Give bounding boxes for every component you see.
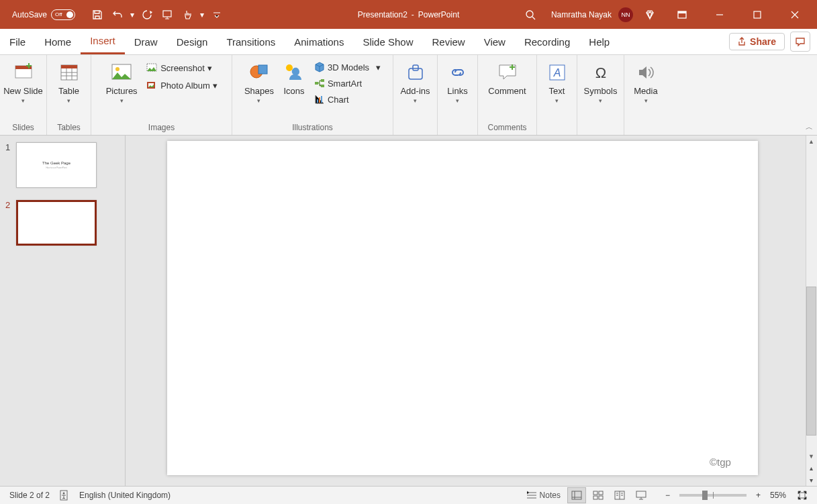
group-label-tables: Tables bbox=[51, 121, 87, 135]
slide-editor[interactable]: ©tgp ▲ ▼ ▴ ▾ bbox=[126, 136, 817, 486]
cube-icon bbox=[314, 62, 325, 72]
save-button[interactable] bbox=[87, 5, 107, 25]
media-button[interactable]: Media▾ bbox=[626, 58, 666, 104]
text-icon: A bbox=[545, 60, 569, 85]
addins-button[interactable]: Add-ins▾ bbox=[395, 58, 436, 104]
tab-design[interactable]: Design bbox=[167, 29, 218, 54]
title-bar: AutoSave Off ▾ ▾ Presentation2 - PowerPo… bbox=[0, 0, 817, 29]
close-button[interactable] bbox=[779, 0, 810, 29]
picture-icon bbox=[109, 60, 134, 85]
share-icon bbox=[738, 37, 747, 46]
comments-pane-button[interactable] bbox=[790, 32, 810, 52]
slide-thumbnails-pane[interactable]: 1 The Geek Page How to use PowerPoint 2 bbox=[0, 136, 126, 486]
ribbon: New Slide▾ Slides Table▾ Tables Pictures… bbox=[0, 55, 817, 136]
tab-review[interactable]: Review bbox=[422, 29, 474, 54]
reading-view-button[interactable] bbox=[610, 487, 629, 503]
tab-insert[interactable]: Insert bbox=[81, 29, 125, 54]
tab-file[interactable]: File bbox=[0, 29, 35, 54]
omega-icon: Ω bbox=[589, 60, 613, 85]
normal-view-button[interactable] bbox=[567, 487, 586, 503]
share-button[interactable]: Share bbox=[729, 33, 785, 50]
chart-button[interactable]: Chart bbox=[311, 93, 383, 106]
addins-icon bbox=[403, 60, 428, 85]
diamond-icon[interactable] bbox=[640, 5, 660, 25]
ribbon-display-button[interactable] bbox=[667, 0, 698, 29]
table-button[interactable]: Table▾ bbox=[49, 58, 89, 104]
shapes-button[interactable]: Shapes▾ bbox=[242, 58, 277, 104]
new-slide-button[interactable]: New Slide▾ bbox=[3, 58, 44, 104]
svg-rect-21 bbox=[319, 97, 320, 103]
tab-help[interactable]: Help bbox=[579, 29, 619, 54]
next-slide-icon[interactable]: ▾ bbox=[806, 474, 817, 486]
zoom-out-button[interactable]: − bbox=[663, 491, 673, 500]
svg-rect-22 bbox=[321, 96, 322, 103]
svg-rect-32 bbox=[599, 491, 603, 495]
svg-rect-0 bbox=[163, 11, 171, 17]
touch-mode-button[interactable] bbox=[177, 5, 197, 25]
photo-album-button[interactable]: Photo Album ▾ bbox=[143, 78, 220, 93]
slideshow-view-button[interactable] bbox=[632, 487, 651, 503]
undo-button[interactable] bbox=[107, 5, 128, 25]
table-icon bbox=[57, 60, 81, 85]
tab-recording[interactable]: Recording bbox=[515, 29, 579, 54]
scroll-thumb[interactable] bbox=[806, 287, 816, 436]
slide-thumbnail-2[interactable] bbox=[16, 200, 97, 246]
3d-models-button[interactable]: 3D Models ▾ bbox=[311, 60, 383, 74]
tab-view[interactable]: View bbox=[475, 29, 515, 54]
accessibility-icon[interactable] bbox=[59, 490, 70, 501]
tab-animations[interactable]: Animations bbox=[285, 29, 353, 54]
svg-rect-15 bbox=[258, 65, 267, 74]
scroll-down-icon[interactable]: ▼ bbox=[806, 450, 817, 462]
chart-icon bbox=[314, 94, 325, 105]
svg-rect-24 bbox=[413, 65, 418, 70]
comment-button[interactable]: Comment bbox=[482, 58, 533, 96]
tab-home[interactable]: Home bbox=[35, 29, 81, 54]
group-label-images: Images bbox=[95, 121, 228, 135]
new-slide-icon bbox=[11, 60, 36, 85]
links-button[interactable]: Links▾ bbox=[438, 58, 478, 104]
undo-dropdown[interactable]: ▾ bbox=[128, 5, 137, 25]
text-button[interactable]: A Text▾ bbox=[537, 58, 577, 104]
toggle-switch-icon: Off bbox=[51, 9, 75, 20]
main-area: 1 The Geek Page How to use PowerPoint 2 … bbox=[0, 136, 817, 486]
slideshow-from-start-button[interactable] bbox=[157, 5, 177, 25]
user-avatar[interactable]: NN bbox=[618, 7, 633, 22]
maximize-button[interactable] bbox=[742, 0, 773, 29]
language-status[interactable]: English (United Kingdom) bbox=[79, 491, 171, 500]
zoom-slider[interactable] bbox=[679, 494, 747, 497]
group-label-slides: Slides bbox=[4, 121, 42, 135]
zoom-in-button[interactable]: + bbox=[753, 491, 763, 500]
pictures-button[interactable]: Pictures▾ bbox=[103, 58, 140, 104]
notes-button[interactable]: Notes bbox=[522, 487, 565, 503]
svg-rect-3 bbox=[678, 11, 686, 13]
screenshot-button[interactable]: Screenshot ▾ bbox=[143, 60, 220, 75]
smartart-icon bbox=[314, 78, 325, 89]
svg-text:A: A bbox=[552, 67, 561, 79]
tab-draw[interactable]: Draw bbox=[125, 29, 167, 54]
tab-transitions[interactable]: Transitions bbox=[217, 29, 285, 54]
autosave-toggle[interactable]: AutoSave Off bbox=[12, 9, 75, 20]
slide-canvas[interactable] bbox=[167, 141, 758, 475]
collapse-ribbon-button[interactable]: ︿ bbox=[806, 122, 813, 132]
minimize-button[interactable] bbox=[704, 0, 735, 29]
search-button[interactable] bbox=[520, 5, 540, 25]
redo-button[interactable] bbox=[137, 5, 157, 25]
slide-sorter-button[interactable] bbox=[589, 487, 608, 503]
status-bar: Slide 2 of 2 English (United Kingdom) No… bbox=[0, 486, 817, 504]
document-title: Presentation2 - PowerPoint bbox=[358, 10, 459, 19]
fit-to-window-button[interactable] bbox=[793, 487, 812, 503]
zoom-level[interactable]: 55% bbox=[770, 491, 786, 500]
smartart-button[interactable]: SmartArt bbox=[311, 77, 383, 90]
slide-thumbnail-1[interactable]: The Geek Page How to use PowerPoint bbox=[16, 142, 97, 188]
slide-counter[interactable]: Slide 2 of 2 bbox=[9, 491, 50, 500]
touch-dropdown[interactable]: ▾ bbox=[197, 5, 207, 25]
thumb-number-2: 2 bbox=[5, 200, 12, 210]
icons-button[interactable]: Icons bbox=[279, 58, 309, 96]
prev-slide-icon[interactable]: ▴ bbox=[806, 462, 817, 474]
user-name[interactable]: Namratha Nayak bbox=[551, 10, 612, 19]
scroll-up-icon[interactable]: ▲ bbox=[806, 136, 817, 147]
customize-qat-button[interactable] bbox=[207, 5, 227, 25]
vertical-scrollbar[interactable]: ▲ ▼ ▴ ▾ bbox=[806, 136, 817, 486]
tab-slideshow[interactable]: Slide Show bbox=[353, 29, 422, 54]
symbols-button[interactable]: Ω Symbols▾ bbox=[581, 58, 621, 104]
